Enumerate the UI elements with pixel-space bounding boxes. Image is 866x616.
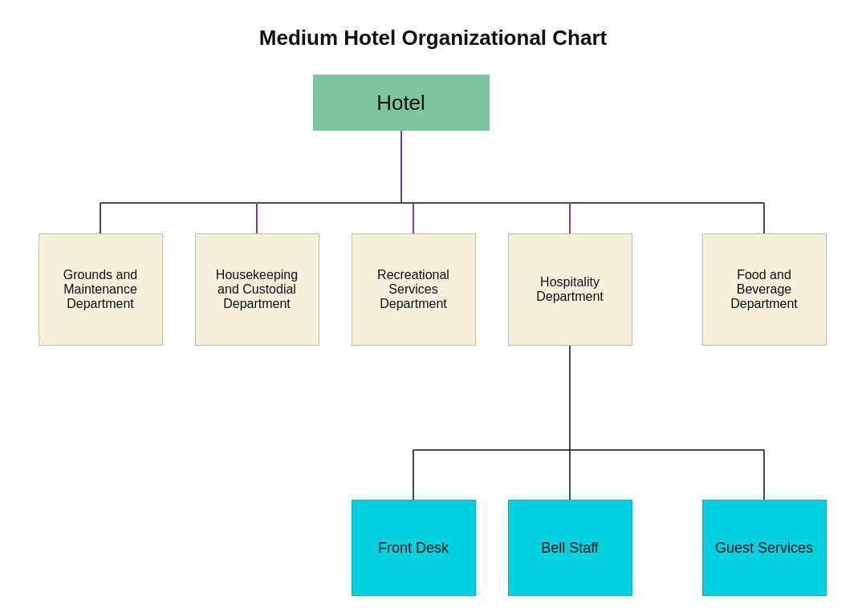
node-housekeeping: Housekeeping and Custodial Department: [195, 233, 319, 346]
node-grounds: Grounds and Maintenance Department: [39, 233, 163, 346]
node-guestservices: Guest Services: [702, 500, 827, 596]
node-bellstaff: Bell Staff: [508, 500, 632, 596]
node-frontdesk: Front Desk: [352, 500, 476, 596]
node-hotel: Hotel: [313, 75, 490, 131]
node-recreational: Recreational Services Department: [352, 233, 476, 346]
node-food: Food and Beverage Department: [702, 233, 827, 346]
org-chart: Hotel Grounds and Maintenance Department…: [24, 75, 843, 604]
node-hospitality: Hospitality Department: [508, 233, 632, 346]
page-title: Medium Hotel Organizational Chart: [259, 26, 607, 51]
